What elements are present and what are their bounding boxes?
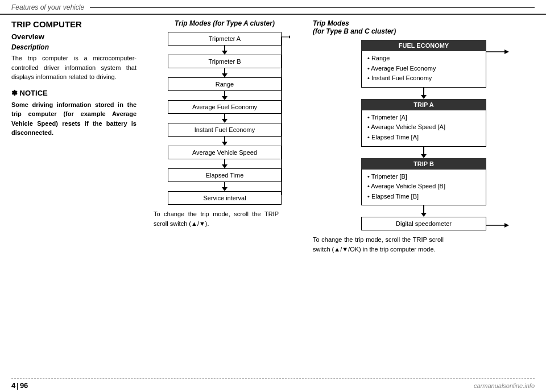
trip-b-item-2: • Elapsed Time [B] (367, 192, 480, 202)
fuel-economy-item-1: • Average Fuel Economy (367, 64, 480, 74)
right-to-middle-arrow-top (486, 48, 509, 56)
flow-arrow-3 (221, 91, 228, 100)
middle-column: Trip Modes (for Type A cluster) Tripmete… (142, 19, 307, 254)
flow-box-service: Service interval (168, 191, 282, 205)
right-flow-chart: FUEL ECONOMY • Range • Average Fuel Econ… (313, 40, 535, 230)
trip-a-item-2: • Elapsed Time [A] (367, 133, 480, 143)
header-title: Features of your vehicle (11, 3, 84, 11)
trip-b-item-1: • Average Vehicle Speed [B] (367, 181, 480, 192)
flow-arrow-7 (221, 182, 228, 191)
main-content: TRIP COMPUTER Overview Description The t… (0, 19, 546, 254)
footer-logo: carmanualsonline.info (474, 382, 535, 389)
notice-title: ✽ NOTICE (11, 89, 136, 97)
digital-speedometer-box: Digital speedometer (361, 217, 486, 230)
header-bar: Features of your vehicle (0, 0, 546, 15)
fuel-economy-item-2: • Instant Fuel Economy (367, 73, 480, 84)
flow-arrow-6 (221, 159, 228, 168)
fuel-economy-body: • Range • Average Fuel Economy • Instant… (361, 51, 486, 88)
right-note: To change the trip mode, scroll the TRIP… (313, 235, 444, 254)
flow-box-instant-fuel: Instant Fuel Economy (168, 123, 282, 137)
flow-box-range: Range (168, 77, 282, 91)
right-arrow-3 (421, 205, 427, 217)
notice-text: Some driving information stored in the t… (11, 100, 136, 138)
fuel-economy-item-0: • Range (367, 53, 480, 64)
svg-marker-2 (289, 35, 290, 38)
footer-content: 4|96 carmanualsonline.info (0, 379, 546, 392)
flow-arrow-1 (221, 46, 228, 55)
trip-b-item-0: • Tripmeter [B] (367, 172, 480, 182)
section-title: TRIP COMPUTER (11, 19, 136, 29)
flow-box-avg-speed: Average Vehicle Speed (168, 146, 282, 159)
flow-arrow-4 (221, 114, 228, 123)
back-arrow-svg (273, 34, 290, 196)
flow-box-tripmeter-b: Tripmeter B (168, 55, 282, 68)
chart-title: Trip Modes (for Type A cluster) (142, 19, 307, 27)
overview-title: Overview (11, 32, 136, 41)
trip-a-body: • Tripmeter [A] • Average Vehicle Speed … (361, 110, 486, 147)
svg-marker-4 (504, 49, 509, 54)
right-column: Trip Modes (for Type B and C cluster) FU… (313, 19, 535, 254)
flow-chart: Tripmeter A Tripmeter B Range (142, 32, 307, 205)
digital-speedometer-wrapper: Digital speedometer (361, 217, 486, 230)
chart-note: To change the trip mode, scroll the TRIP… (154, 209, 279, 228)
flow-arrow-2 (221, 68, 228, 77)
trip-a-group: TRIP A • Tripmeter [A] • Average Vehicle… (361, 99, 486, 147)
right-arrow-1 (421, 88, 427, 99)
trip-b-group: TRIP B • Tripmeter [B] • Average Vehicle… (361, 158, 486, 206)
trip-a-item-0: • Tripmeter [A] (367, 113, 480, 123)
flow-arrow-5 (221, 137, 228, 146)
description-title: Description (11, 43, 136, 51)
left-column: TRIP COMPUTER Overview Description The t… (11, 19, 136, 254)
flow-box-tripmeter-a: Tripmeter A (168, 32, 282, 46)
flow-box-avg-fuel: Average Fuel Economy (168, 100, 282, 114)
trip-b-body: • Tripmeter [B] • Average Vehicle Speed … (361, 170, 486, 206)
svg-marker-6 (504, 223, 509, 228)
fuel-economy-group: FUEL ECONOMY • Range • Average Fuel Econ… (361, 40, 486, 88)
header-line (90, 7, 535, 8)
flow-box-elapsed: Elapsed Time (168, 168, 282, 182)
trip-a-item-1: • Average Vehicle Speed [A] (367, 122, 480, 133)
right-to-middle-arrow-bottom (486, 221, 509, 229)
fuel-economy-header: FUEL ECONOMY (361, 40, 486, 51)
description-text: The trip computer is a microcomputer-con… (11, 53, 136, 82)
page-container: Features of your vehicle TRIP COMPUTER O… (0, 0, 546, 392)
page-number-left: 4|96 (11, 381, 28, 390)
right-title: Trip Modes (for Type B and C cluster) (313, 19, 535, 35)
trip-b-header: TRIP B (361, 158, 486, 170)
flow-box-service-wrapper: Service interval (168, 191, 282, 205)
footer: 4|96 carmanualsonline.info (0, 378, 546, 392)
right-arrow-2 (421, 147, 427, 158)
notice-block: ✽ NOTICE Some driving information stored… (11, 89, 136, 138)
trip-a-header: TRIP A (361, 99, 486, 110)
